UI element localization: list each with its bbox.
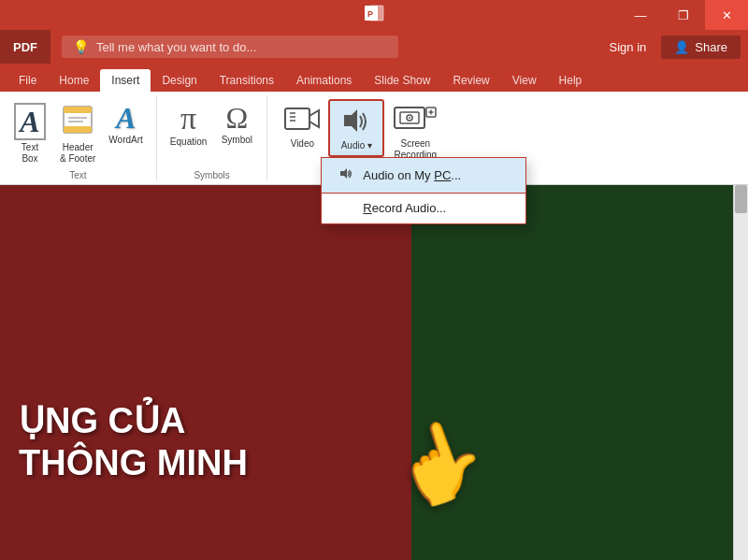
svg-point-20 — [409, 117, 410, 119]
tab-help[interactable]: Help — [548, 69, 594, 92]
tab-review[interactable]: Review — [441, 69, 500, 92]
svg-rect-8 — [285, 108, 309, 129]
slide-text-line1: ỤNG CỦA — [19, 400, 248, 443]
text-group-label: Text — [69, 170, 86, 180]
textbox-label: TextBox — [22, 142, 38, 165]
ribbon-group-symbols: π Equation Ω Symbol Symbols — [157, 95, 267, 180]
equation-label: Equation — [170, 136, 207, 148]
ribbon-audio-button[interactable]: Audio ▾ Audio on My PC... — [328, 99, 384, 157]
search-placeholder-text: Tell me what you want to do... — [96, 40, 256, 54]
pdf-tab[interactable]: PDF — [0, 30, 50, 64]
share-button[interactable]: 👤 Share — [661, 36, 741, 59]
scrollbar-thumb[interactable] — [735, 185, 747, 213]
window-controls: — ❐ ✕ — [619, 0, 748, 30]
slide-background-right — [411, 185, 748, 560]
app-icon: P — [363, 2, 385, 29]
close-button[interactable]: ✕ — [705, 0, 748, 30]
svg-rect-4 — [64, 107, 92, 113]
ribbon-tabs: File Home Insert Design Transitions Anim… — [0, 64, 748, 92]
tab-design[interactable]: Design — [151, 69, 208, 92]
video-label: Video — [291, 138, 314, 150]
ribbon-symbol-button[interactable]: Ω Symbol — [214, 99, 259, 150]
tab-slide-show[interactable]: Slide Show — [363, 69, 441, 92]
svg-marker-13 — [340, 168, 347, 179]
record-audio-item[interactable]: Record Audio... — [322, 193, 525, 223]
ribbon-header-footer-button[interactable]: Header& Footer — [54, 99, 101, 168]
wordart-label: WordArt — [108, 135, 143, 146]
tab-view[interactable]: View — [501, 69, 548, 92]
symbol-icon: Ω — [225, 103, 248, 133]
tab-insert[interactable]: Insert — [100, 69, 151, 92]
wordart-icon: A — [116, 103, 136, 133]
ribbon-equation-button[interactable]: π Equation — [165, 99, 212, 151]
symbols-group-label: Symbols — [194, 170, 229, 180]
textbox-icon: A — [14, 103, 45, 140]
screen-recording-icon — [392, 103, 439, 136]
symbol-label: Symbol — [222, 135, 252, 146]
ribbon-video-button[interactable]: Video — [278, 99, 326, 153]
ribbon-symbols-items: π Equation Ω Symbol — [165, 99, 259, 168]
audio-label: Audio ▾ — [341, 140, 372, 151]
tab-animations[interactable]: Animations — [285, 69, 363, 92]
search-box[interactable]: 💡 Tell me what you want to do... — [62, 36, 398, 58]
ribbon-wordart-button[interactable]: A WordArt — [103, 99, 149, 150]
record-audio-label: Record Audio... — [363, 201, 446, 215]
slide-background-left — [0, 185, 411, 560]
svg-text:P: P — [367, 9, 373, 19]
minimize-button[interactable]: — — [619, 0, 662, 30]
tab-file[interactable]: File — [7, 69, 48, 92]
search-lightbulb-icon: 💡 — [73, 39, 89, 54]
ribbon-screen-recording-button[interactable]: ScreenRecording — [386, 99, 444, 165]
maximize-button[interactable]: ❐ — [662, 0, 705, 30]
slide-text-line2: THÔNG MINH — [19, 442, 248, 485]
audio-on-pc-label: Audio on My PC... — [363, 168, 461, 182]
share-label: Share — [695, 40, 727, 54]
slide-text: ỤNG CỦA THÔNG MINH — [19, 400, 248, 485]
ribbon-group-text: A TextBox Header& Footer — [0, 95, 157, 180]
ribbon-textbox-button[interactable]: A TextBox — [7, 99, 52, 168]
share-icon: 👤 — [674, 40, 689, 54]
ribbon-media-items: Video Audio ▾ — [278, 99, 444, 179]
header-footer-icon — [61, 103, 94, 140]
ribbon: File Home Insert Design Transitions Anim… — [0, 64, 748, 185]
slide-area: ỤNG CỦA THÔNG MINH 👆 — [0, 185, 748, 560]
video-icon — [283, 103, 321, 136]
sign-in-button[interactable]: Sign in — [598, 36, 658, 58]
ribbon-text-items: A TextBox Header& Footer — [7, 99, 149, 168]
menu-bar-right: Sign in 👤 Share — [598, 36, 748, 59]
audio-dropdown-menu: Audio on My PC... Record Audio... — [321, 157, 526, 224]
scrollbar[interactable] — [733, 185, 748, 560]
equation-icon: π — [180, 103, 196, 135]
title-bar: P — ❐ ✕ — [0, 0, 748, 30]
audio-on-pc-icon — [338, 166, 353, 184]
tab-home[interactable]: Home — [48, 69, 100, 92]
header-footer-label: Header& Footer — [60, 142, 95, 165]
svg-marker-12 — [344, 109, 357, 132]
ribbon-group-media: Video Audio ▾ — [267, 95, 454, 180]
audio-icon — [336, 105, 377, 138]
svg-rect-5 — [64, 126, 92, 133]
tab-transitions[interactable]: Transitions — [209, 69, 285, 92]
ribbon-content: A TextBox Header& Footer — [0, 92, 748, 184]
menu-bar: PDF 💡 Tell me what you want to do... Sig… — [0, 30, 748, 64]
audio-on-pc-item[interactable]: Audio on My PC... — [322, 158, 525, 193]
